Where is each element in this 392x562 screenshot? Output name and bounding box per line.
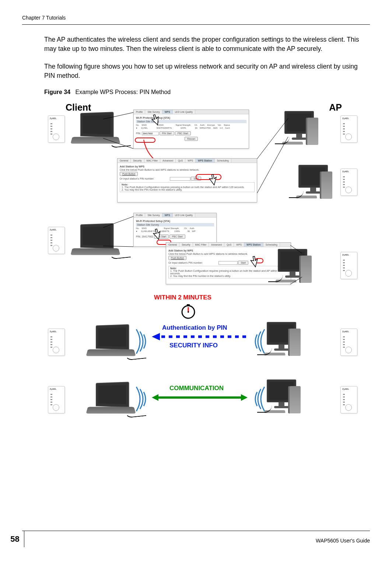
tab[interactable]: Scheduling	[263, 243, 280, 247]
desktop-icon	[267, 379, 311, 420]
desktop-icon	[267, 322, 311, 362]
security-info-label: SECURITY INFO	[169, 342, 218, 349]
tab-active[interactable]: WPS Station	[196, 159, 215, 163]
tab[interactable]: LED Link Quality	[173, 110, 195, 114]
router-icon: ZyXEL	[340, 329, 357, 356]
push-button-instruction: Click the below Push Button to add WPS s…	[120, 169, 255, 171]
pin-input[interactable]	[142, 132, 159, 135]
cursor-arrow-icon	[150, 228, 165, 242]
router-brand: ZyXEL	[50, 229, 57, 231]
push-button-btn[interactable]: Push Button	[168, 256, 186, 260]
svg-marker-5	[208, 174, 217, 185]
figure-caption: Figure 34 Example WPS Process: PIN Metho…	[44, 89, 370, 96]
svg-line-8	[103, 246, 133, 247]
add-station-heading: Add Station by WPS	[120, 165, 255, 168]
tab[interactable]: Advanced	[209, 243, 224, 247]
col: Encrypt.	[207, 124, 216, 126]
footer-divider	[22, 531, 370, 531]
tab[interactable]: Advanced	[160, 159, 176, 163]
tab[interactable]: QoS	[224, 243, 234, 247]
cell: WPA2-PSK	[200, 127, 211, 129]
tab[interactable]: Site Survey	[145, 213, 162, 217]
router-icon: ZyXEL	[340, 252, 357, 279]
svg-line-1	[103, 112, 133, 119]
router-brand: ZyXEL	[342, 254, 349, 256]
within-2-minutes-label: WITHIN 2 MINUTES	[154, 294, 211, 301]
paragraph-1: The AP authenticates the wireless client…	[44, 35, 370, 54]
pin-label: PIN	[136, 132, 140, 135]
router-brand: ZyXEL	[342, 330, 349, 333]
ap-pin-input[interactable]	[218, 261, 238, 265]
router-brand: ZyXEL	[50, 330, 57, 333]
svg-rect-14	[187, 304, 190, 306]
footer-guide-title: WAP5605 User's Guide	[316, 538, 370, 544]
router-brand: ZyXEL	[50, 117, 57, 119]
push-button-instruction: Click the below Push Button to add WPS s…	[168, 253, 288, 255]
svg-marker-20	[241, 394, 248, 401]
tab[interactable]: QoS	[176, 159, 185, 163]
callout-line	[284, 245, 306, 286]
laptop-icon	[87, 382, 135, 418]
svg-marker-17	[152, 333, 160, 340]
site-survey-subheading: Station Site Survey	[136, 223, 214, 226]
cell: ZyXEL	[141, 127, 148, 129]
wps-pin-diagram: Client AP ZyXEL ZyXEL Profile Site Surve…	[48, 102, 365, 478]
tab[interactable]: WPS	[234, 243, 244, 247]
tab[interactable]: MAC Filter	[193, 243, 209, 247]
tab[interactable]: MAC Filter	[144, 159, 161, 163]
col: Ch.	[194, 124, 197, 126]
callout-line	[256, 117, 290, 194]
ap-pin-input[interactable]	[170, 177, 190, 181]
note-2: 2. You may find the PIN number in the st…	[122, 188, 253, 191]
pin-start-button[interactable]: PIN Start	[160, 131, 174, 135]
col: Ver.	[218, 124, 221, 126]
cell: 36	[195, 127, 197, 129]
pbc-start-button[interactable]: PBC Start	[169, 235, 185, 239]
tab[interactable]: Scheduling	[215, 159, 231, 163]
page-header: Chapter 7 Tutorials	[22, 15, 370, 21]
clock-icon	[181, 303, 196, 319]
note-title: Note:	[122, 183, 253, 186]
col: Status	[224, 124, 230, 126]
svg-marker-6	[152, 228, 161, 239]
svg-line-4	[256, 137, 288, 194]
router-brand: ZyXEL	[50, 388, 57, 390]
tab-active[interactable]: WPS Station	[244, 243, 263, 247]
tab[interactable]: General	[118, 159, 131, 163]
router-icon: ZyXEL	[48, 386, 65, 413]
dashed-arrow-icon	[151, 333, 248, 340]
router-icon: ZyXEL	[340, 115, 357, 143]
router-brand: ZyXEL	[342, 117, 349, 119]
push-button-btn[interactable]: Push Button	[120, 172, 138, 176]
header-divider	[22, 24, 370, 25]
client-wps-window-2: Profile Site Survey WPS LED Link Quality…	[133, 213, 217, 247]
tab[interactable]: LED Link Quality	[173, 213, 195, 217]
tab[interactable]: General	[166, 243, 179, 247]
cell: Conf.	[225, 127, 230, 129]
wifi-waves-icon	[133, 327, 150, 356]
paragraph-2: The following figure shows you how to se…	[44, 62, 370, 81]
svg-marker-9	[249, 256, 259, 267]
tab[interactable]: Security	[131, 159, 144, 163]
svg-marker-19	[152, 394, 158, 401]
tab[interactable]: Security	[179, 243, 193, 247]
router-icon: ZyXEL	[48, 329, 65, 356]
page: Chapter 7 Tutorials The AP authenticates…	[0, 0, 392, 562]
chapter-title: Chapter 7 Tutorials	[22, 15, 66, 21]
cell: 1.0	[220, 127, 223, 129]
double-arrow-icon	[151, 393, 248, 402]
cell: 100%	[181, 127, 186, 129]
pbc-start-button[interactable]: PBC Start	[175, 131, 191, 135]
svg-marker-0	[151, 114, 159, 125]
col: Auth.	[200, 124, 205, 126]
start-button[interactable]: Start	[238, 261, 248, 265]
tab-active[interactable]: WPS	[162, 110, 173, 114]
tab[interactable]: WPS	[185, 159, 196, 163]
desktop-icon	[298, 165, 343, 205]
auth-by-pin-label: Authentication by PIN	[162, 324, 227, 332]
col: No.	[136, 124, 139, 126]
router-icon: ZyXEL	[48, 115, 65, 143]
tab-active[interactable]: WPS	[162, 213, 173, 217]
figure-title: Example WPS Process: PIN Method	[75, 89, 171, 95]
ap-label: AP	[329, 102, 342, 113]
